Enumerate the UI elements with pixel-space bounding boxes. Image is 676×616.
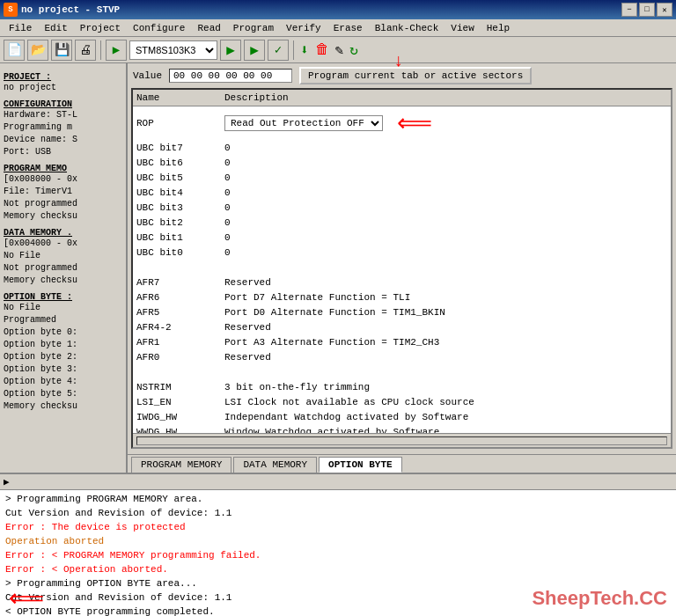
sidebar: PROJECT : no project CONFIGURATION Hardw…: [0, 63, 128, 473]
program-tab-button[interactable]: Program current tab or active sectors: [299, 67, 532, 84]
row-desc: Window Watchdog activated by Software: [221, 426, 671, 434]
row-desc: [221, 267, 671, 268]
menu-view[interactable]: View: [445, 21, 479, 35]
menu-help[interactable]: Help: [481, 21, 515, 35]
menu-project[interactable]: Project: [75, 21, 126, 35]
console-arrow: ⟸: [9, 583, 44, 613]
erase-icon[interactable]: 🗑: [313, 40, 331, 60]
rop-row: ROP Read Out Protection OFF ⟸: [133, 106, 671, 140]
tab-data-memory[interactable]: DATA MEMORY: [233, 457, 317, 473]
menu-program[interactable]: Program: [228, 21, 279, 35]
option-byte-table: Name Description ROP Read Out Protection…: [131, 88, 672, 449]
blank-check-icon[interactable]: ✎: [334, 40, 346, 61]
row-desc: Port A3 Alternate Function = TIM2_CH3: [221, 336, 671, 348]
program-all-button[interactable]: ▶: [220, 40, 241, 61]
prog-mem-lines: [0x008000 - 0x File: TimerV1 Not program…: [4, 173, 122, 223]
open-button[interactable]: 📂: [27, 40, 48, 61]
table-row: IWDG_HW Independant Watchdog activated b…: [133, 409, 671, 424]
menu-configure[interactable]: Configure: [128, 21, 190, 35]
table-row: [133, 364, 671, 379]
row-name: AFR7: [133, 276, 221, 289]
program-button[interactable]: ▶: [244, 40, 265, 61]
row-desc: Independant Watchdog activated by Softwa…: [221, 411, 671, 423]
rop-select[interactable]: Read Out Protection OFF: [224, 115, 383, 131]
row-desc: Reserved: [221, 351, 671, 363]
row-name: UBC bit4: [133, 187, 221, 199]
project-section-title: PROJECT :: [4, 72, 122, 82]
verify-button[interactable]: ✓: [268, 40, 289, 61]
separator-1: [100, 40, 101, 60]
minimize-button[interactable]: −: [621, 3, 637, 17]
read-icon[interactable]: ⬇: [298, 40, 311, 61]
row-desc: 0: [221, 157, 671, 169]
menu-verify[interactable]: Verify: [281, 21, 327, 35]
row-name: UBC bit5: [133, 172, 221, 184]
row-desc: 3 bit on-the-fly trimming: [221, 381, 671, 393]
new-button[interactable]: 📄: [4, 40, 25, 61]
table-row: WWDG_HW Window Watchdog activated by Sof…: [133, 424, 671, 433]
row-desc: Reserved: [221, 276, 671, 289]
tab-program-memory[interactable]: PROGRAM MEMORY: [131, 457, 231, 473]
row-name: NSTRIM: [133, 381, 221, 393]
row-name: UBC bit6: [133, 157, 221, 169]
value-input[interactable]: [169, 69, 292, 83]
connect-button[interactable]: ▶: [106, 40, 127, 61]
separator-2: [293, 40, 294, 60]
title-bar: S no project - STVP − □ ✕: [0, 0, 676, 19]
menu-edit[interactable]: Edit: [39, 21, 72, 35]
console-title: ▶: [4, 476, 10, 488]
menu-read[interactable]: Read: [192, 21, 225, 35]
read2-icon[interactable]: ↻: [348, 40, 360, 61]
rop-name: ROP: [133, 117, 221, 129]
tab-option-byte[interactable]: OPTION BYTE: [319, 457, 402, 473]
row-name: UBC bit0: [133, 246, 221, 259]
close-button[interactable]: ✕: [657, 3, 672, 17]
device-select[interactable]: STM8S103K3 STM8S103K3: [129, 40, 217, 60]
app-icon: S: [4, 3, 18, 17]
row-desc: Port D0 Alternate Function = TIM1_BKIN: [221, 306, 671, 319]
table-row: AFR4-2 Reserved: [133, 319, 671, 334]
row-name: AFR4-2: [133, 321, 221, 334]
row-name: UBC bit2: [133, 216, 221, 229]
table-row: NSTRIM 3 bit on-the-fly trimming: [133, 379, 671, 394]
col-name-header: Name: [133, 92, 221, 104]
console-line: Operation aborted: [5, 535, 671, 549]
row-desc: Reserved: [221, 321, 671, 334]
console-body: > Programming PROGRAM MEMORY area.Cut Ve…: [0, 490, 676, 616]
row-desc: 0: [221, 246, 671, 259]
hscroll-thumb[interactable]: [136, 436, 667, 445]
console-line: > Programming PROGRAM MEMORY area.: [5, 493, 671, 507]
menu-file[interactable]: File: [4, 21, 37, 35]
rop-desc: Read Out Protection OFF ⟸: [221, 107, 671, 139]
menu-blank-check[interactable]: Blank-Check: [370, 21, 445, 35]
horizontal-scrollbar[interactable]: [133, 433, 671, 447]
row-name: AFR5: [133, 306, 221, 319]
table-row: UBC bit7 0: [133, 140, 671, 155]
table-row: UBC bit4 0: [133, 185, 671, 200]
title-bar-controls[interactable]: − □ ✕: [621, 3, 672, 17]
console-area: ▶ > Programming PROGRAM MEMORY area.Cut …: [0, 473, 676, 616]
row-name: UBC bit7: [133, 142, 221, 154]
main-content: PROJECT : no project CONFIGURATION Hardw…: [0, 63, 676, 473]
row-name: UBC bit1: [133, 231, 221, 244]
config-section-title: CONFIGURATION: [4, 99, 122, 109]
rop-arrow: ⟸: [397, 108, 432, 138]
table-body: ROP Read Out Protection OFF ⟸ UBC bit7 0…: [133, 106, 671, 433]
row-desc: 0: [221, 172, 671, 184]
menu-erase[interactable]: Erase: [328, 21, 368, 35]
maximize-button[interactable]: □: [639, 3, 655, 17]
row-name: WWDG_HW: [133, 426, 221, 434]
table-row: UBC bit0 0: [133, 245, 671, 260]
value-label: Value: [133, 70, 162, 81]
row-desc: 0: [221, 231, 671, 244]
row-desc: LSI Clock not available as CPU clock sou…: [221, 396, 671, 408]
row-desc: Port D7 Alternate Function = TLI: [221, 291, 671, 304]
row-name: LSI_EN: [133, 396, 221, 408]
print-button[interactable]: 🖨: [75, 40, 96, 61]
project-value: no project: [4, 82, 122, 94]
row-name: UBC bit3: [133, 202, 221, 214]
title-bar-left: S no project - STVP: [4, 3, 120, 17]
right-panel: ↓ Value Program current tab or active se…: [128, 63, 676, 473]
save-button[interactable]: 💾: [51, 40, 72, 61]
console-header: ▶: [0, 474, 676, 490]
